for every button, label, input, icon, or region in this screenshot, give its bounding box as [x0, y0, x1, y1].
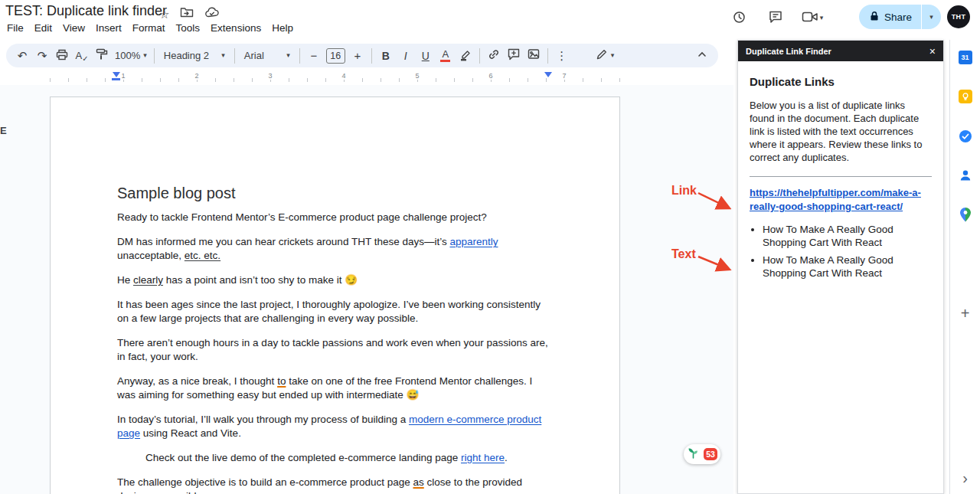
doc-heading[interactable]: Sample blog post	[117, 183, 550, 203]
doc-paragraph[interactable]: In today’s tutorial, I’ll walk you throu…	[117, 413, 550, 440]
maps-icon[interactable]	[957, 206, 974, 223]
menu-edit[interactable]: Edit	[29, 21, 57, 35]
toolbar-separator	[371, 48, 372, 64]
right-indent-marker[interactable]	[544, 72, 552, 77]
left-indent-marker[interactable]	[113, 72, 120, 77]
checkmark-glyph: ✓	[82, 54, 88, 63]
pen-icon	[596, 48, 608, 63]
calendar-icon[interactable]: 31	[957, 49, 974, 66]
doc-paragraph[interactable]: It has been ages since the last project,…	[117, 298, 550, 326]
star-icon[interactable]: ☆	[159, 8, 169, 20]
insert-link-button[interactable]	[485, 47, 503, 65]
suggestion-underline[interactable]: to	[277, 375, 286, 387]
more-vertical-icon: ⋮	[556, 50, 567, 61]
menu-insert[interactable]: Insert	[90, 21, 127, 35]
paragraph-style-select[interactable]: Heading 2 ▾	[159, 47, 230, 65]
font-select[interactable]: Arial ▾	[240, 47, 295, 65]
doc-paragraph[interactable]: The challenge objective is to build an e…	[117, 476, 550, 494]
document-page[interactable]: Sample blog post Ready to tackle Fronten…	[50, 97, 620, 494]
highlight-color-button[interactable]	[456, 47, 475, 65]
doc-paragraph[interactable]: There aren’t enough hours in a day to ta…	[117, 336, 550, 364]
menu-view[interactable]: View	[57, 21, 90, 35]
occurrence-list: How To Make A Really Good Shopping Cart …	[750, 223, 932, 280]
account-avatar[interactable]: THT	[947, 5, 970, 28]
menu-file[interactable]: File	[2, 21, 29, 35]
move-folder-icon[interactable]	[180, 6, 194, 21]
suggestion-underline[interactable]: etc. etc.	[185, 250, 220, 261]
occurrence-item[interactable]: How To Make A Really Good Shopping Cart …	[763, 223, 932, 249]
underline-button[interactable]: U	[416, 47, 435, 65]
menu-extensions[interactable]: Extensions	[205, 21, 266, 35]
duplicate-link-url[interactable]: https://thehelpfultipper.com/make-a-real…	[750, 186, 932, 214]
redo-button[interactable]: ↷	[33, 47, 51, 65]
suggestion-underline[interactable]: as	[413, 476, 423, 488]
document-canvas: Sample blog post Ready to tackle Fronten…	[0, 85, 733, 494]
redo-icon: ↷	[38, 50, 47, 61]
chevron-down-icon: ▾	[929, 14, 933, 21]
ruler-ticks	[50, 78, 620, 82]
menu-help[interactable]: Help	[266, 21, 299, 35]
chevron-down-icon: ▾	[286, 52, 290, 59]
italic-button[interactable]: I	[397, 47, 415, 65]
contacts-icon[interactable]	[957, 167, 974, 184]
doc-paragraph[interactable]: DM has informed me you can hear crickets…	[117, 235, 550, 263]
plus-icon: +	[354, 50, 361, 61]
inline-link[interactable]: right here	[461, 452, 505, 463]
paint-format-button[interactable]	[93, 47, 111, 65]
clipped-left-edge-text: E	[0, 125, 7, 136]
grammar-assistant-badge[interactable]: 53	[684, 444, 720, 464]
more-toolbar-options-button[interactable]: ⋮	[553, 47, 571, 65]
doc-paragraph[interactable]: Ready to tackle Frontend Mentor’s E-comm…	[117, 211, 550, 224]
image-icon	[527, 47, 541, 64]
print-button[interactable]	[53, 47, 71, 65]
panel-header: Duplicate Link Finder ×	[738, 41, 943, 61]
panel-title: Duplicate Link Finder	[746, 47, 929, 56]
toolbar-separator	[479, 48, 480, 64]
text-color-button[interactable]: A	[436, 47, 455, 65]
hide-menus-button[interactable]	[693, 47, 711, 65]
toolbar-separator	[547, 48, 548, 64]
zoom-select[interactable]: 100% ▾	[113, 47, 149, 65]
panel-heading: Duplicate Links	[750, 75, 932, 88]
insert-image-button[interactable]	[524, 47, 543, 65]
increase-font-size-button[interactable]: +	[348, 47, 367, 65]
panel-close-button[interactable]: ×	[929, 46, 936, 57]
keep-icon[interactable]	[957, 88, 974, 105]
italic-icon: I	[404, 50, 407, 62]
plant-icon	[688, 447, 699, 462]
version-history-button[interactable]	[727, 6, 750, 29]
menu-tools[interactable]: Tools	[171, 21, 206, 35]
doc-paragraph[interactable]: Anyway, as a nice break, I thought to ta…	[117, 375, 550, 402]
undo-button[interactable]: ↶	[13, 47, 31, 65]
spellcheck-button[interactable]: A✓	[73, 47, 91, 65]
add-comment-button[interactable]	[505, 47, 523, 65]
decrease-font-size-button[interactable]: −	[305, 47, 323, 65]
add-addon-button[interactable]: +	[957, 305, 974, 322]
history-clock-icon	[731, 9, 746, 27]
occurrence-item[interactable]: How To Make A Really Good Shopping Cart …	[763, 254, 932, 280]
editing-mode-button[interactable]: ▾	[593, 47, 617, 65]
tasks-icon[interactable]	[957, 128, 974, 145]
chevron-down-icon: ▾	[611, 52, 615, 59]
bold-button[interactable]: B	[377, 47, 395, 65]
share-dropdown-button[interactable]: ▾	[921, 5, 941, 29]
font-size-input[interactable]: 16	[326, 48, 345, 64]
collapse-rail-button[interactable]: ›	[957, 469, 974, 486]
menu-format[interactable]: Format	[127, 21, 171, 35]
comments-button[interactable]	[764, 6, 787, 29]
duplicate-link-finder-panel: Duplicate Link Finder × Duplicate Links …	[737, 40, 944, 494]
doc-paragraph-indented[interactable]: Check out the live demo of the completed…	[117, 451, 550, 465]
join-call-button[interactable]: ▾	[795, 6, 830, 29]
cloud-status-icon[interactable]	[204, 6, 220, 21]
style-value: Heading 2	[164, 50, 209, 61]
page-content: Sample blog post Ready to tackle Fronten…	[117, 183, 550, 494]
ruler-mark: 3	[266, 72, 274, 80]
ruler-mark: 4	[339, 72, 348, 80]
share-button[interactable]: Share	[859, 5, 921, 29]
ruler-mark: 6	[486, 72, 495, 80]
inline-link[interactable]: apparently	[449, 236, 498, 247]
doc-paragraph[interactable]: He clearly has a point and isn’t too shy…	[117, 273, 550, 287]
suggestion-underline[interactable]: clearly	[133, 274, 163, 286]
document-title[interactable]: TEST: Duplicate link finder	[5, 3, 167, 19]
first-line-indent-marker[interactable]	[112, 78, 120, 80]
